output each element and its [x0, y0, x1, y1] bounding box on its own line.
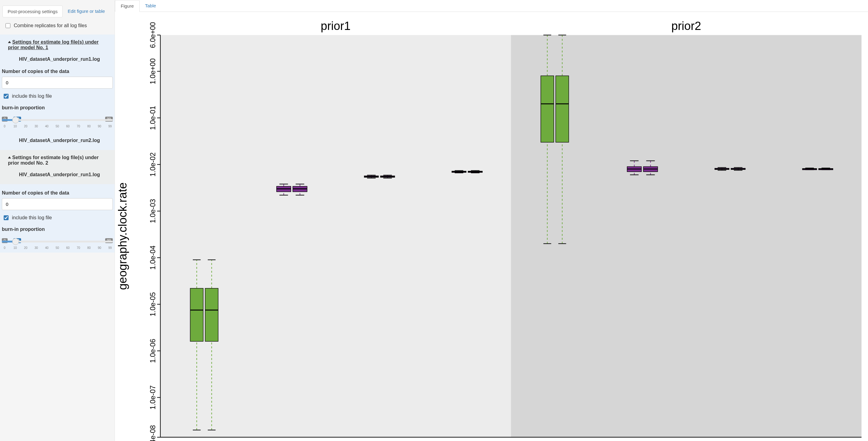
copies-input-2[interactable] — [2, 198, 113, 210]
tab-figure[interactable]: Figure — [115, 0, 140, 12]
svg-text:1.0e-02: 1.0e-02 — [149, 152, 157, 176]
slider-ticks-2: 010203040506070809099 — [2, 246, 113, 249]
svg-text:1.0e-01: 1.0e-01 — [149, 106, 157, 130]
file1b-label: HIV_datasetA_underprior_run2.log — [2, 133, 113, 147]
svg-text:1.0e-04: 1.0e-04 — [149, 245, 157, 270]
copies-label-1: Number of copies of the data — [2, 69, 113, 74]
include-checkbox-1[interactable] — [4, 94, 8, 99]
svg-rect-88 — [541, 76, 554, 142]
svg-text:1.0e-07: 1.0e-07 — [149, 385, 157, 410]
tab-edit-figure[interactable]: Edit figure or table — [63, 5, 110, 18]
svg-rect-0 — [160, 35, 511, 437]
svg-text:prior1: prior1 — [320, 19, 350, 32]
include-label-1: include this log file — [12, 94, 52, 99]
burnin-slider-1[interactable]: 0 10 99 010203040506070809099 — [2, 117, 113, 128]
svg-rect-40 — [190, 288, 203, 341]
file1a-label: HIV_datasetA_underprior_run1.log — [2, 52, 113, 66]
tab-post-processing[interactable]: Post-processing settings — [2, 5, 63, 18]
tab-table[interactable]: Table — [140, 0, 162, 11]
burnin-label-1: burn-in proportion — [2, 105, 113, 110]
include-label-2: include this log file — [12, 215, 52, 220]
svg-text:1.0e-03: 1.0e-03 — [149, 199, 157, 223]
svg-text:geography.clock.rate: geography.clock.rate — [116, 182, 129, 290]
svg-text:prior2: prior2 — [671, 19, 701, 32]
combine-replicates-checkbox[interactable] — [5, 23, 10, 28]
svg-text:1.4e-08: 1.4e-08 — [149, 425, 157, 441]
combine-replicates-label: Combine replicates for all log files — [14, 23, 87, 28]
burnin-slider-2[interactable]: 0 10 99 010203040506070809099 — [2, 239, 113, 249]
svg-rect-46 — [205, 288, 218, 341]
sidebar-tabs: Post-processing settings Edit figure or … — [2, 5, 112, 18]
slider-thumb[interactable] — [12, 117, 19, 124]
svg-text:1.0e-06: 1.0e-06 — [149, 339, 157, 363]
slider-ticks-1: 010203040506070809099 — [2, 125, 113, 128]
main-tabs: Figure Table — [115, 0, 868, 12]
copies-label-2: Number of copies of the data — [2, 190, 113, 196]
sidebar: Post-processing settings Edit figure or … — [0, 0, 115, 441]
slider-thumb[interactable] — [12, 238, 19, 245]
include-checkbox-2[interactable] — [4, 215, 8, 220]
svg-text:1.0e-05: 1.0e-05 — [149, 292, 157, 316]
caret-up-icon — [8, 156, 11, 159]
boxplot-chart: prior1prior21.4e-081.0e-071.0e-061.0e-05… — [115, 15, 868, 441]
main-pane: Figure Table prior1prior21.4e-081.0e-071… — [115, 0, 868, 441]
caret-up-icon — [8, 41, 11, 43]
section2-header[interactable]: Settings for estimate log file(s) under … — [2, 153, 113, 168]
svg-text:6.0e+00: 6.0e+00 — [149, 22, 157, 48]
burnin-label-2: burn-in proportion — [2, 227, 113, 232]
svg-text:1.0e+00: 1.0e+00 — [149, 58, 157, 84]
section1-header[interactable]: Settings for estimate log file(s) under … — [2, 38, 113, 52]
svg-rect-94 — [556, 76, 568, 142]
file2a-label: HIV_datasetA_underprior_run1.log — [2, 168, 113, 181]
copies-input-1[interactable] — [2, 77, 113, 89]
